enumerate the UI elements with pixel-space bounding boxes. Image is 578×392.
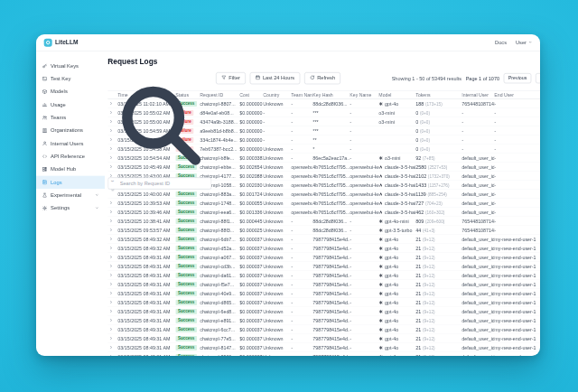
row-expander-icon[interactable]: › [107,326,117,332]
openai-icon [378,273,383,277]
status-badge: Success [175,281,197,287]
table-row[interactable]: › 03/15/2025 08:49:31 AM Success chatcmp… [107,271,540,280]
row-expander-icon[interactable]: › [107,227,117,233]
row-expander-icon[interactable]: › [107,317,117,323]
chevron-down-icon [528,40,532,43]
row-expander-icon[interactable]: › [107,236,117,242]
desktop-background: { "app": { "brand": "LiteLLM", "topnav":… [0,0,578,392]
row-expander-icon[interactable]: › [107,344,117,350]
next-page-button[interactable]: Next [536,73,540,83]
filter-button[interactable]: Filter [216,72,246,84]
cell-time: 03/15/2025 08:49:31 AM [117,273,175,278]
table-row[interactable]: › 03/15/2025 08:49:32 AM Success chatcmp… [107,244,540,253]
cell-key-hash: 7987798415e4d... [312,345,350,350]
cell-key-hash: 86ec5a2eac17a... [312,155,350,161]
cell-tokens: 0(0+0) [415,146,461,152]
cell-country: - [263,110,291,116]
sidebar-item-virtual-keys[interactable]: Virtual Keys [36,60,105,72]
table-row[interactable]: › 03/15/2025 08:49:31 AM Success chatcmp… [107,352,540,356]
sidebar-item-logs[interactable]: Logs [36,176,105,189]
cell-team-name: openwebui [291,164,312,170]
table-row[interactable]: › 03/15/2025 08:49:31 AM Success chatcmp… [107,253,540,262]
row-expander-icon[interactable]: › [107,353,117,356]
cell-status: Success [175,290,200,296]
row-expander-icon[interactable]: › [107,299,117,305]
table-row[interactable]: › 03/15/2025 08:49:31 AM Success chatcmp… [107,316,540,325]
cell-tokens: 21(9+12) [415,264,461,269]
cell-time: 03/15/2025 08:49:31 AM [117,327,175,332]
cell-key-name: - [350,291,378,296]
table-row[interactable]: › 03/15/2025 10:39:46 AM Success chatcmp… [107,208,540,217]
sidebar-item-internal-users[interactable]: Internal Users [36,137,105,150]
row-expander-icon[interactable]: › [107,209,117,215]
search-input[interactable] [107,177,211,189]
row-expander-icon[interactable]: › [107,308,117,314]
cell-key-hash: 88dc28d8f036... [312,228,350,233]
sidebar-item-api-reference[interactable]: API Reference [36,150,105,163]
cell-tokens: 21(9+12) [415,237,461,242]
cell-internal-user: - [461,137,494,143]
cell-end-user: my-new-end-user-1 [494,237,540,242]
user-menu[interactable]: User [516,40,532,46]
sidebar-item-teams[interactable]: Teams [36,111,105,124]
cell-key-hash: 7987798415e4d... [312,246,350,251]
cell-internal-user: - [461,110,494,116]
table-row[interactable]: › 03/15/2025 08:49:31 AM Success chatcmp… [107,343,540,352]
openai-icon [378,155,383,160]
table-row[interactable]: › 03/15/2025 08:49:31 AM Success chatcmp… [107,262,540,271]
table-row[interactable]: › 03/15/2025 08:49:31 AM Success chatcmp… [107,280,540,289]
docs-link[interactable]: Docs [495,40,507,46]
cell-end-user: - [494,110,540,116]
table-row[interactable]: › 03/15/2025 08:49:32 AM Success chatcmp… [107,235,540,244]
cell-cost: $0.0003382 [239,155,263,161]
cell-cost: $0.000037 [239,246,263,251]
row-expander-icon[interactable]: › [107,290,117,296]
cell-time: 03/15/2025 08:49:31 AM [117,255,175,260]
row-expander-icon[interactable]: › [107,218,117,224]
row-expander-icon[interactable]: › [107,254,117,260]
sidebar-item-models[interactable]: Models [36,85,105,98]
cell-time: 03/15/2025 08:49:31 AM [117,318,175,323]
cell-key-hash: 7987798415e4d... [312,273,350,278]
cell-team-name: - [291,264,312,269]
cell-team-name: openwebui [291,182,312,188]
table-row[interactable]: › 03/15/2025 08:49:31 AM Success chatcmp… [107,334,540,343]
user-icon [42,141,48,146]
refresh-button[interactable]: Refresh [304,72,340,84]
sidebar-item-label: Organizations [51,127,83,134]
cell-internal-user: default_user_id [461,164,494,170]
cell-team-name: - [291,300,312,305]
row-expander-icon[interactable]: › [107,263,117,269]
key-icon [42,63,48,69]
row-expander-icon[interactable]: › [107,335,117,341]
cell-team-name: - [291,119,312,125]
sidebar-item-settings[interactable]: Settings [36,201,105,214]
cell-key-hash: 4b7651c6cf795... [312,201,350,206]
sidebar-item-organizations[interactable]: Organizations [36,124,105,136]
row-expander-icon[interactable]: › [107,245,117,251]
row-expander-icon[interactable]: › [107,281,117,287]
row-expander-icon[interactable]: › [109,189,116,199]
table-row[interactable]: › 03/15/2025 10:39:53 AM Success chatcmp… [107,199,540,208]
table-row[interactable]: › 03/15/2025 10:40:00 AM Success chatcmp… [107,190,540,199]
table-row[interactable]: › 03/15/2025 08:49:31 AM Success chatcmp… [107,307,540,316]
previous-page-button[interactable]: Previous [504,73,532,83]
cell-tokens: 0(0+0) [415,119,461,125]
openai-icon [378,101,383,106]
table-row[interactable]: › 03/15/2025 08:49:31 AM Success chatcmp… [107,325,540,334]
table-row[interactable]: › 03/15/2025 09:53:57 AM Success chatcmp… [107,226,540,235]
table-row[interactable]: › 03/15/2025 10:38:41 AM Success chatcmp… [107,217,540,226]
cell-team-name: - [291,318,312,323]
sidebar-item-usage[interactable]: Usage [36,98,105,111]
row-expander-icon[interactable]: › [107,272,117,278]
sidebar-item-experimental[interactable]: Experimental [36,189,105,201]
sidebar-item-test-key[interactable]: Test Key [36,72,105,85]
sidebar-item-model-hub[interactable]: Model Hub [36,163,105,175]
table-row[interactable]: › 03/15/2025 08:49:31 AM Success chatcmp… [107,289,540,298]
row-expander-icon[interactable]: › [107,200,117,206]
table-row[interactable]: › 03/15/2025 08:49:31 AM Success chatcmp… [107,298,540,307]
controls-bar: Filter Last 24 Hours Refresh Showing 1 -… [107,72,540,84]
openai-icon [378,318,383,322]
time-range-button[interactable]: Last 24 Hours [250,72,301,84]
cell-request-id: chatcmpl-8147... [200,345,239,350]
